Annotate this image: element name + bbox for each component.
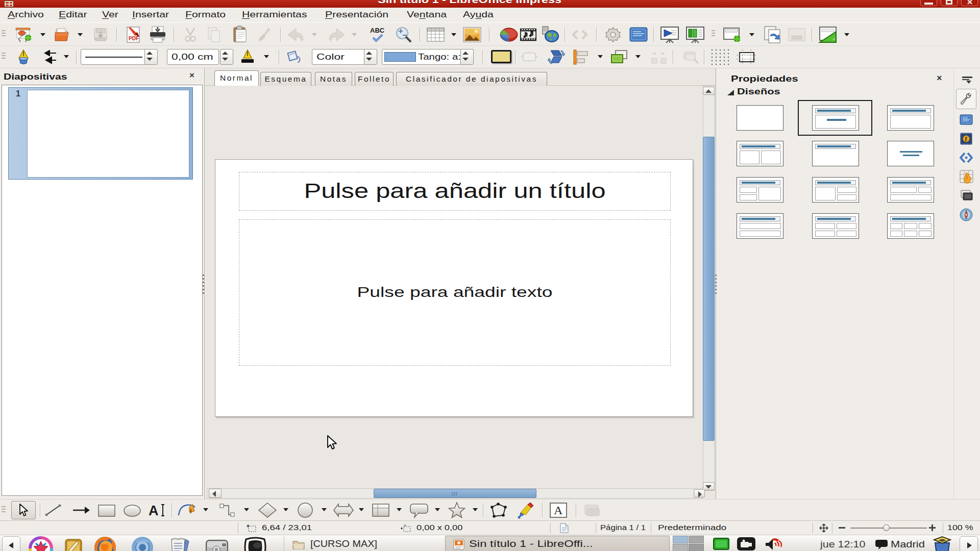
svg-text:A: A <box>149 503 159 518</box>
svg-text:ABC: ABC <box>370 27 385 34</box>
svg-text:A: A <box>554 504 563 517</box>
svg-text:PDF: PDF <box>129 36 139 41</box>
